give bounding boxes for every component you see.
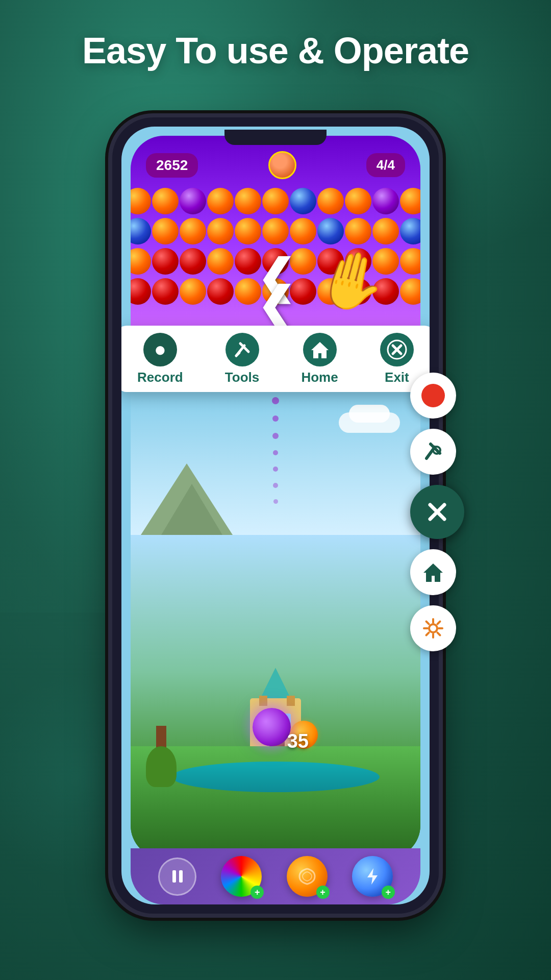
svg-line-31 (437, 622, 440, 624)
bubble (317, 188, 344, 214)
svg-marker-9 (260, 668, 291, 698)
trajectory-dot (273, 499, 278, 504)
bubble (400, 218, 420, 244)
bubble (207, 248, 234, 275)
bubble (372, 218, 399, 244)
bubble (207, 188, 234, 214)
bubble (152, 218, 179, 244)
pause-icon (168, 867, 187, 886)
home-house-icon (421, 560, 445, 584)
score-value: 2652 (156, 157, 188, 173)
bubble (345, 188, 371, 214)
mountain-icon (161, 484, 222, 535)
svg-line-30 (437, 632, 440, 635)
level-badge: 4/4 (366, 153, 405, 177)
game-play-area: 35 (131, 392, 420, 859)
phone-notch (224, 130, 327, 145)
bubble (131, 248, 151, 275)
trajectory-line (272, 397, 279, 504)
phone-frame: 2652 4/4 (112, 117, 439, 914)
fab-container (410, 373, 464, 651)
swirl-icon (295, 865, 319, 888)
bubble (372, 188, 399, 214)
svg-point-24 (429, 624, 437, 632)
plus-badge: + (382, 886, 395, 899)
record-label: Record (137, 370, 183, 385)
svg-rect-15 (172, 870, 176, 883)
plus-badge: + (316, 886, 330, 899)
svg-marker-17 (367, 868, 378, 885)
bubble (207, 218, 234, 244)
gear-settings-icon (421, 617, 445, 640)
home-icon (309, 339, 331, 360)
home-label: Home (301, 370, 338, 385)
record-dot-icon (421, 384, 445, 407)
svg-marker-3 (311, 342, 329, 358)
pause-button[interactable] (158, 857, 196, 896)
toolbar-panel: ● Record Tools (121, 326, 430, 392)
trajectory-dot (272, 397, 279, 404)
fab-tools-button[interactable] (410, 429, 456, 475)
exit-label: Exit (385, 370, 409, 385)
lightning-icon (362, 866, 383, 887)
bubble (235, 188, 261, 214)
score-badge: 2652 (146, 153, 198, 178)
bubble (400, 248, 420, 275)
fab-close-button[interactable] (410, 485, 464, 539)
fab-home-button[interactable] (410, 549, 456, 595)
home-icon-circle (303, 333, 337, 366)
bubble (152, 248, 179, 275)
tools-label: Tools (225, 370, 259, 385)
toolbar-exit-button[interactable]: Exit (380, 333, 414, 385)
bubble (235, 218, 261, 244)
chevron-down-icon: ❮❮ (257, 263, 295, 318)
trajectory-dot (272, 433, 279, 439)
ground-area (131, 746, 420, 859)
bottom-bar: + + (131, 848, 420, 904)
plus-badge: + (251, 886, 264, 899)
record-icon-circle: ● (143, 333, 177, 366)
bubble (131, 188, 151, 214)
bubble (262, 188, 289, 214)
bubble (290, 188, 316, 214)
trajectory-dot (272, 415, 279, 422)
svg-rect-16 (179, 870, 183, 883)
trajectory-dot (273, 450, 278, 455)
powerup-orange-button[interactable]: + (287, 856, 328, 897)
tree-icon (146, 726, 177, 787)
page-title: Easy To use & Operate (0, 31, 551, 71)
bubble (400, 188, 420, 214)
bubble (290, 218, 316, 244)
wrench-tools-icon (421, 440, 445, 463)
avatar (268, 151, 296, 179)
tree-leaves (146, 746, 177, 787)
wrench-icon (232, 339, 253, 360)
fab-record-button[interactable] (410, 373, 456, 419)
trajectory-dot (273, 467, 278, 472)
bubble (345, 218, 371, 244)
bubble (131, 278, 151, 305)
exit-icon-circle (380, 333, 414, 366)
phone-mockup: 2652 4/4 (112, 117, 439, 914)
close-x-icon (423, 498, 452, 526)
bubble (400, 278, 420, 305)
toolbar-tools-button[interactable]: Tools (225, 333, 259, 385)
bubble-area-top: 2652 4/4 (131, 136, 420, 330)
bubble (262, 218, 289, 244)
powerup-lightning-button[interactable]: + (352, 856, 393, 897)
bubble-count-label: 35 (287, 730, 309, 752)
record-dot-icon: ● (154, 338, 166, 361)
powerup-multiball-button[interactable]: + (221, 856, 262, 897)
bubble (131, 218, 151, 244)
toolbar-record-button[interactable]: ● Record (137, 333, 183, 385)
bubble (152, 278, 179, 305)
water-area (171, 762, 380, 792)
tools-icon-circle (226, 333, 259, 366)
bubble (152, 188, 179, 214)
svg-line-29 (427, 622, 429, 624)
shooter-ball-container (253, 708, 291, 746)
fab-settings-button[interactable] (410, 605, 456, 651)
bubble (180, 188, 206, 214)
toolbar-home-button[interactable]: Home (301, 333, 338, 385)
svg-marker-23 (423, 564, 443, 582)
